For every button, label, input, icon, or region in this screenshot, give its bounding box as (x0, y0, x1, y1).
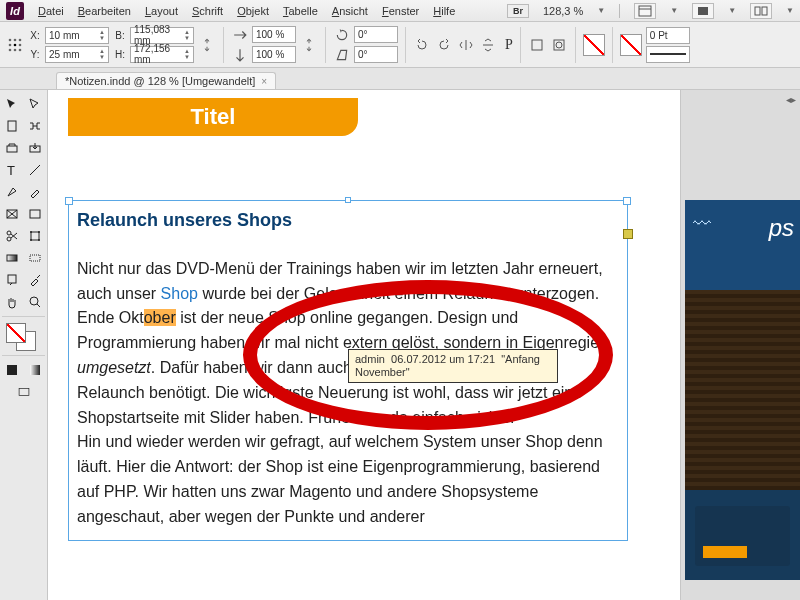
article-paragraph-1: Nicht nur das DVD-Menü der Trainings hab… (77, 257, 619, 431)
svg-point-7 (19, 38, 22, 41)
h-input[interactable]: 172,156 mm▲▼ (130, 46, 194, 63)
y-input[interactable]: 25 mm▲▼ (45, 46, 109, 63)
apply-color-icon[interactable] (2, 360, 23, 380)
pencil-tool-icon[interactable] (25, 182, 46, 202)
svg-point-26 (7, 231, 11, 235)
bridge-button[interactable]: Br (507, 4, 529, 18)
constrain-link-icon[interactable] (198, 36, 216, 54)
zoom-level[interactable]: 128,3 % (543, 5, 583, 17)
svg-rect-4 (762, 7, 767, 15)
svg-rect-40 (19, 389, 29, 396)
fill-swatch[interactable] (583, 34, 605, 56)
selection-tool-icon[interactable] (2, 94, 23, 114)
y-label: Y: (28, 49, 42, 60)
stroke-weight-input[interactable]: 0 Pt (646, 27, 690, 44)
rotate-ccw-icon[interactable] (413, 36, 431, 54)
document-tab[interactable]: *Notizen.indd @ 128 % [Umgewandelt] × (56, 72, 276, 89)
title-banner: Titel (68, 98, 358, 136)
type-tool-icon[interactable]: T (2, 160, 23, 180)
shear-input[interactable]: 0° (354, 46, 398, 63)
zoom-tool-icon[interactable] (25, 292, 46, 312)
tab-title: *Notizen.indd @ 128 % [Umgewandelt] (65, 75, 255, 87)
page-tool-icon[interactable] (2, 116, 23, 136)
rectangle-frame-tool-icon[interactable] (2, 204, 23, 224)
reference-point-icon[interactable] (6, 36, 24, 54)
article-paragraph-2: Hin und wieder werden wir gefragt, auf w… (77, 430, 619, 529)
rectangle-tool-icon[interactable] (25, 204, 46, 224)
apply-gradient-icon[interactable] (25, 360, 46, 380)
menu-ansicht[interactable]: Ansicht (332, 5, 368, 17)
rotate-cw-icon[interactable] (435, 36, 453, 54)
rotate-input[interactable]: 0° (354, 26, 398, 43)
w-input[interactable]: 115,083 mm▲▼ (130, 27, 194, 44)
scale-y-input[interactable]: 100 % (252, 46, 296, 63)
arrange-icon[interactable] (750, 3, 772, 19)
svg-point-13 (19, 48, 22, 51)
content-placer-icon[interactable] (25, 138, 46, 158)
note-anchor[interactable]: ober (144, 309, 176, 326)
stroke-style-input[interactable] (646, 46, 690, 63)
eyedropper-tool-icon[interactable] (25, 270, 46, 290)
select-container-icon[interactable] (528, 36, 546, 54)
menu-layout[interactable]: Layout (145, 5, 178, 17)
view-mode-icon[interactable] (634, 3, 656, 19)
scale-x-input[interactable]: 100 % (252, 26, 296, 43)
svg-point-6 (14, 38, 17, 41)
pen-tool-icon[interactable] (2, 182, 23, 202)
article-heading: Relaunch unseres Shops (77, 207, 619, 235)
svg-rect-18 (7, 146, 17, 152)
line-tool-icon[interactable] (25, 160, 46, 180)
workspace: T Titel Relaunch unseres Shops Nicht (0, 90, 800, 600)
screen-mode-icon[interactable] (692, 3, 714, 19)
menu-tabelle[interactable]: Tabelle (283, 5, 318, 17)
right-panel: ◂▸ 〰ps (680, 90, 800, 600)
app-logo-icon: Id (6, 2, 24, 20)
svg-rect-39 (30, 365, 40, 375)
svg-rect-2 (698, 7, 708, 15)
note-tool-icon[interactable] (2, 270, 23, 290)
menu-fenster[interactable]: Fenster (382, 5, 419, 17)
view-mode-toggle-icon[interactable] (2, 382, 45, 402)
scissors-tool-icon[interactable] (2, 226, 23, 246)
svg-point-9 (14, 43, 17, 46)
shear-icon (333, 46, 351, 64)
shop-link[interactable]: Shop (161, 285, 198, 302)
svg-rect-0 (639, 6, 651, 16)
control-bar: X:10 mm▲▼ Y:25 mm▲▼ B:115,083 mm▲▼ H:172… (0, 22, 800, 68)
menu-bar: Id Datei Bearbeiten Layout Schrift Objek… (0, 0, 800, 22)
menu-hilfe[interactable]: Hilfe (433, 5, 455, 17)
stroke-swatch[interactable] (620, 34, 642, 56)
fill-stroke-swatch[interactable] (2, 321, 45, 351)
svg-rect-28 (31, 232, 39, 240)
menu-objekt[interactable]: Objekt (237, 5, 269, 17)
close-icon[interactable]: × (261, 76, 267, 87)
svg-point-27 (7, 237, 11, 241)
svg-line-21 (30, 165, 40, 175)
gap-tool-icon[interactable] (25, 116, 46, 136)
constrain-scale-icon[interactable] (300, 36, 318, 54)
hand-tool-icon[interactable] (2, 292, 23, 312)
frame-handle-icon[interactable] (345, 197, 351, 203)
svg-point-32 (38, 239, 40, 241)
menu-bearbeiten[interactable]: Bearbeiten (78, 5, 131, 17)
flip-v-icon[interactable] (479, 36, 497, 54)
live-corner-handle-icon[interactable] (623, 229, 633, 239)
flip-h-icon[interactable] (457, 36, 475, 54)
w-label: B: (113, 30, 127, 41)
note-tooltip: admin 06.07.2012 um 17:21 "Anfang Novemb… (348, 349, 558, 383)
panel-collapse-icon[interactable]: ◂▸ (786, 94, 796, 105)
gradient-feather-tool-icon[interactable] (25, 248, 46, 268)
free-transform-tool-icon[interactable] (25, 226, 46, 246)
svg-point-31 (30, 239, 32, 241)
content-collector-icon[interactable] (2, 138, 23, 158)
menu-schrift[interactable]: Schrift (192, 5, 223, 17)
gradient-swatch-tool-icon[interactable] (2, 248, 23, 268)
x-input[interactable]: 10 mm▲▼ (45, 27, 109, 44)
select-content-icon[interactable] (550, 36, 568, 54)
svg-point-10 (19, 43, 22, 46)
svg-rect-3 (755, 7, 760, 15)
menu-datei[interactable]: Datei (38, 5, 64, 17)
svg-line-37 (37, 304, 40, 307)
direct-selection-tool-icon[interactable] (25, 94, 46, 114)
document-canvas[interactable]: Titel Relaunch unseres Shops Nicht nur d… (48, 90, 680, 600)
